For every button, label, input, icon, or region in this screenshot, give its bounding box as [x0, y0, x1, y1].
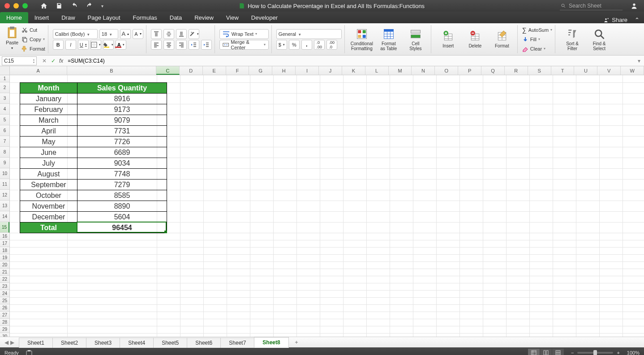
menu-tab-draw[interactable]: Draw — [55, 12, 81, 23]
menu-tab-developer[interactable]: Developer — [245, 12, 284, 23]
clear-button[interactable]: Clear▾ — [522, 44, 552, 53]
name-box[interactable]: C15▴▾ — [2, 56, 37, 65]
cell[interactable]: 7748 — [77, 169, 167, 180]
sheet-tab-sheet4[interactable]: Sheet4 — [120, 338, 154, 348]
increase-indent-button[interactable] — [201, 40, 212, 50]
column-header-H[interactable]: H — [272, 66, 296, 75]
save-icon[interactable] — [56, 2, 63, 9]
number-format-selector[interactable]: General — [276, 29, 342, 39]
cell[interactable]: 8916 — [77, 94, 167, 104]
column-header-T[interactable]: T — [551, 66, 575, 75]
accounting-format-button[interactable]: $▾ — [276, 40, 287, 50]
column-header-E[interactable]: E — [203, 66, 226, 75]
menu-tab-data[interactable]: Data — [163, 12, 188, 23]
menu-tab-formulas[interactable]: Formulas — [127, 12, 163, 23]
select-all-corner[interactable] — [0, 66, 10, 75]
cell[interactable]: January — [20, 94, 77, 104]
menu-tab-review[interactable]: Review — [188, 12, 220, 23]
table-row[interactable]: August7748 — [20, 169, 167, 180]
paste-button[interactable]: Paste ▾ — [5, 26, 19, 50]
find-select-button[interactable]: Find & Select — [587, 28, 612, 51]
sheet-tab-sheet2[interactable]: Sheet2 — [52, 338, 86, 348]
column-header-G[interactable]: G — [249, 66, 272, 75]
add-sheet-button[interactable]: ＋ — [288, 337, 305, 348]
cell[interactable]: November — [20, 201, 77, 212]
redo-icon[interactable] — [86, 2, 93, 9]
column-header-K[interactable]: K — [342, 66, 365, 75]
align-right-button[interactable] — [176, 40, 187, 50]
zoom-in-button[interactable]: + — [617, 350, 619, 355]
row-header-27[interactable]: 27 — [0, 312, 9, 319]
table-row[interactable]: May7726 — [20, 137, 167, 147]
row-header-7[interactable]: 7 — [0, 136, 9, 147]
cell[interactable]: February — [20, 104, 77, 115]
zoom-slider[interactable] — [577, 352, 613, 354]
column-header-O[interactable]: O — [435, 66, 458, 75]
row-header-26[interactable]: 26 — [0, 304, 9, 312]
cell[interactable]: 9173 — [77, 104, 167, 115]
sheet-tab-sheet5[interactable]: Sheet5 — [153, 338, 187, 348]
cell[interactable]: 7731 — [77, 126, 167, 137]
align-middle-button[interactable] — [163, 29, 174, 39]
align-left-button[interactable] — [151, 40, 162, 50]
row-header-13[interactable]: 13 — [0, 201, 9, 211]
column-header-N[interactable]: N — [412, 66, 435, 75]
borders-button[interactable]: ▾ — [90, 40, 101, 50]
sheet-tab-sheet7[interactable]: Sheet7 — [220, 338, 254, 348]
wrap-text-button[interactable]: Wrap Text▾ — [219, 29, 269, 39]
row-header-1[interactable]: 1 — [0, 75, 9, 82]
column-header-S[interactable]: S — [528, 66, 551, 75]
cell[interactable]: May — [20, 137, 77, 147]
row-header-30[interactable]: 30 — [0, 333, 9, 337]
cell[interactable]: 8890 — [77, 201, 167, 212]
accept-formula-icon[interactable]: ✓ — [51, 58, 56, 64]
row-header-18[interactable]: 18 — [0, 247, 9, 254]
normal-view-button[interactable] — [528, 349, 540, 355]
menu-tab-view[interactable]: View — [220, 12, 245, 23]
column-header-W[interactable]: W — [621, 66, 644, 75]
close-window-button[interactable] — [4, 3, 10, 9]
row-header-17[interactable]: 17 — [0, 240, 9, 247]
cell[interactable]: August — [20, 169, 77, 180]
increase-decimal-button[interactable]: .0.00 — [314, 40, 325, 50]
cell[interactable]: 8585 — [77, 190, 167, 201]
font-name-selector[interactable]: Calibri (Body) — [53, 29, 98, 39]
share-button[interactable]: Share — [612, 17, 627, 23]
row-header-16[interactable]: 16 — [0, 233, 9, 240]
row-header-23[interactable]: 23 — [0, 283, 9, 290]
align-center-button[interactable] — [163, 40, 174, 50]
expand-formula-bar-icon[interactable]: ▾ — [634, 58, 644, 64]
copy-button[interactable]: Copy▾ — [21, 35, 45, 44]
autosum-button[interactable]: ∑AutoSum▾ — [522, 26, 552, 34]
decrease-font-button[interactable]: A▾ — [133, 29, 143, 39]
row-header-5[interactable]: 5 — [0, 115, 9, 125]
page-layout-view-button[interactable] — [540, 349, 552, 355]
cell[interactable]: 9079 — [77, 115, 167, 126]
row-header-14[interactable]: 14 — [0, 211, 9, 222]
row-header-10[interactable]: 10 — [0, 168, 9, 179]
row-header-20[interactable]: 20 — [0, 261, 9, 269]
table-row[interactable]: June6689 — [20, 147, 167, 158]
collapse-ribbon-icon[interactable]: ⌃ — [635, 17, 640, 23]
column-header-Q[interactable]: Q — [481, 66, 505, 75]
macro-record-icon[interactable] — [26, 350, 34, 355]
table-row[interactable]: September7279 — [20, 180, 167, 190]
cell[interactable]: December — [20, 212, 77, 222]
underline-button[interactable]: U▾ — [78, 40, 89, 50]
user-account-icon[interactable] — [631, 2, 638, 9]
cancel-formula-icon[interactable]: ✕ — [42, 58, 47, 64]
row-header-8[interactable]: 8 — [0, 147, 9, 158]
format-painter-button[interactable]: Format — [21, 44, 45, 53]
percent-format-button[interactable]: % — [289, 40, 300, 50]
cell[interactable]: March — [20, 115, 77, 126]
table-row[interactable]: November8890 — [20, 201, 167, 212]
merge-center-button[interactable]: Merge & Center▾ — [219, 40, 269, 50]
search-sheet-input[interactable]: Search Sheet — [560, 2, 623, 10]
column-header-R[interactable]: R — [505, 66, 528, 75]
zoom-level[interactable]: 100% — [627, 350, 640, 355]
row-header-28[interactable]: 28 — [0, 319, 9, 326]
decrease-decimal-button[interactable]: .00.0 — [326, 40, 337, 50]
minimize-window-button[interactable] — [13, 3, 19, 9]
row-header-21[interactable]: 21 — [0, 269, 9, 276]
row-header-22[interactable]: 22 — [0, 276, 9, 283]
